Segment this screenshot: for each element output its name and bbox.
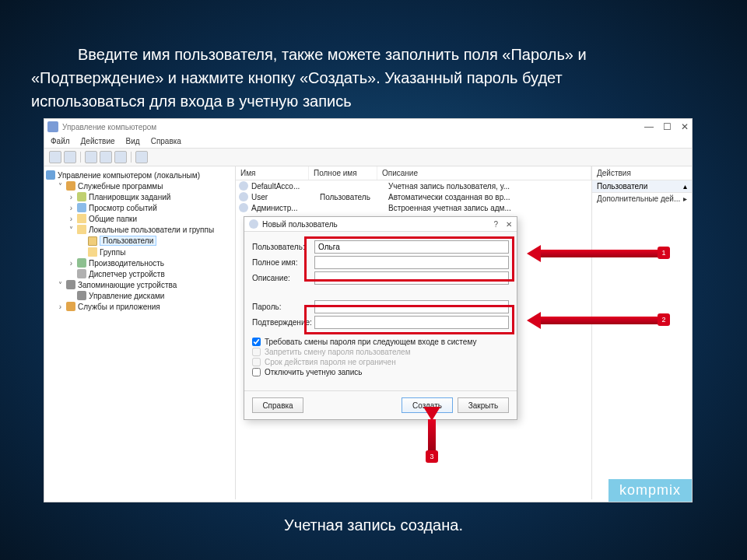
tree-groups[interactable]: Группы bbox=[100, 248, 125, 257]
folder-icon bbox=[77, 214, 86, 223]
tree-tools[interactable]: Служебные программы bbox=[78, 182, 163, 191]
toolbar-forward-icon[interactable] bbox=[64, 151, 76, 163]
chevron-right-icon: ▸ bbox=[683, 194, 687, 203]
minimize-button[interactable]: — bbox=[644, 121, 654, 132]
deny-change-label: Запретить смену пароля пользователем bbox=[265, 348, 411, 356]
menu-file[interactable]: Файл bbox=[51, 137, 70, 145]
menu-help[interactable]: Справка bbox=[151, 137, 181, 145]
help-button[interactable]: Справка bbox=[252, 397, 303, 413]
maximize-button[interactable]: ☐ bbox=[663, 121, 672, 132]
require-change-label: Требовать смены пароля при следующем вхо… bbox=[265, 338, 476, 346]
outro-text: Учетная запись создана. bbox=[0, 516, 747, 534]
tree-shared[interactable]: Общие папки bbox=[89, 215, 137, 223]
instruction-text: Введите имя пользователя, также можете з… bbox=[0, 0, 747, 124]
tree-storage[interactable]: Запоминающие устройства bbox=[78, 281, 177, 289]
fullname-input[interactable] bbox=[314, 256, 509, 269]
col-name[interactable]: Имя bbox=[236, 166, 309, 180]
tree-devmgr[interactable]: Диспетчер устройств bbox=[89, 270, 165, 278]
toolbar bbox=[44, 149, 692, 166]
menu-action[interactable]: Действие bbox=[81, 137, 115, 145]
dialog-close-button[interactable]: ✕ bbox=[506, 220, 512, 229]
actions-pane: Действия Пользователи▴ Дополнительные де… bbox=[592, 166, 692, 499]
description-label: Описание: bbox=[252, 274, 314, 282]
new-user-dialog: Новый пользователь ? ✕ Пользователь: Пол… bbox=[244, 216, 517, 420]
menu-view[interactable]: Вид bbox=[126, 137, 140, 145]
no-expire-label: Срок действия пароля не ограничен bbox=[265, 358, 396, 366]
require-change-checkbox[interactable] bbox=[252, 338, 261, 346]
expand-icon[interactable]: ˅ bbox=[68, 226, 75, 234]
tools-icon bbox=[66, 181, 75, 191]
dialog-help-button[interactable]: ? bbox=[493, 220, 498, 229]
titlebar[interactable]: Управление компьютером — ☐ ✕ bbox=[44, 119, 692, 135]
confirm-label: Подтверждение: bbox=[252, 318, 314, 327]
password-input[interactable] bbox=[314, 300, 509, 313]
user-row[interactable]: Администр... Встроенная учетная запись а… bbox=[236, 202, 591, 213]
toolbar-refresh-icon[interactable] bbox=[85, 151, 97, 163]
fullname-label: Полное имя: bbox=[252, 258, 314, 267]
no-expire-checkbox bbox=[252, 358, 261, 366]
mmc-window: Управление компьютером — ☐ ✕ Файл Действ… bbox=[44, 118, 693, 502]
menubar: Файл Действие Вид Справка bbox=[44, 135, 692, 149]
toolbar-prop-icon[interactable] bbox=[114, 151, 127, 163]
tree-diskmgmt[interactable]: Управление дисками bbox=[89, 292, 164, 300]
toolbar-back-icon[interactable] bbox=[49, 151, 61, 163]
toolbar-help-icon[interactable] bbox=[135, 151, 148, 163]
device-icon bbox=[77, 269, 86, 278]
user-icon bbox=[239, 203, 248, 212]
computer-icon bbox=[46, 170, 55, 180]
user-icon bbox=[239, 181, 248, 191]
tree-root[interactable]: Управление компьютером (локальным) bbox=[58, 171, 200, 180]
col-desc[interactable]: Описание bbox=[377, 166, 591, 180]
folder-icon bbox=[88, 236, 97, 246]
folder-icon bbox=[88, 247, 97, 257]
confirm-input[interactable] bbox=[314, 316, 509, 329]
storage-icon bbox=[66, 280, 75, 289]
actions-header: Действия bbox=[592, 166, 692, 180]
password-label: Пароль: bbox=[252, 303, 314, 311]
scheduler-icon bbox=[77, 192, 86, 201]
tree-events[interactable]: Просмотр событий bbox=[89, 204, 157, 212]
user-row[interactable]: User Пользователь Автоматически созданна… bbox=[236, 191, 591, 202]
disable-account-checkbox[interactable] bbox=[252, 368, 261, 376]
list-header[interactable]: Имя Полное имя Описание bbox=[236, 166, 591, 180]
expand-icon[interactable]: › bbox=[57, 303, 64, 311]
user-icon bbox=[239, 192, 248, 201]
user-row[interactable]: DefaultAcco... Учетная запись пользовате… bbox=[236, 180, 591, 191]
deny-change-checkbox bbox=[252, 348, 261, 356]
actions-more[interactable]: Дополнительные дей...▸ bbox=[592, 193, 692, 205]
tree-scheduler[interactable]: Планировщик заданий bbox=[89, 193, 170, 201]
services-icon bbox=[66, 302, 75, 311]
user-icon bbox=[249, 219, 258, 229]
expand-icon[interactable]: › bbox=[68, 193, 75, 201]
expand-icon[interactable]: ˅ bbox=[57, 182, 64, 191]
username-label: Пользователь: bbox=[252, 243, 314, 251]
col-fullname[interactable]: Полное имя bbox=[309, 166, 377, 180]
list-pane: Имя Полное имя Описание DefaultAcco... У… bbox=[236, 166, 592, 499]
tree-localusers[interactable]: Локальные пользователи и группы bbox=[89, 226, 214, 234]
cancel-button[interactable]: Закрыть bbox=[458, 397, 509, 413]
create-button[interactable]: Создать bbox=[402, 397, 453, 413]
app-icon bbox=[47, 121, 58, 132]
collapse-icon[interactable]: ▴ bbox=[683, 182, 687, 191]
nav-tree[interactable]: Управление компьютером (локальным) ˅Служ… bbox=[44, 166, 236, 499]
expand-icon[interactable]: ˅ bbox=[57, 281, 64, 289]
toolbar-export-icon[interactable] bbox=[100, 151, 112, 163]
dialog-title: Новый пользователь bbox=[262, 220, 338, 229]
expand-icon[interactable]: › bbox=[68, 204, 75, 212]
close-button[interactable]: ✕ bbox=[681, 121, 689, 132]
tree-perf[interactable]: Производительность bbox=[89, 259, 164, 268]
expand-icon[interactable]: › bbox=[68, 215, 75, 223]
disk-icon bbox=[77, 291, 86, 300]
dialog-titlebar[interactable]: Новый пользователь ? ✕ bbox=[244, 217, 517, 232]
actions-context[interactable]: Пользователи▴ bbox=[592, 180, 692, 193]
folder-icon bbox=[77, 225, 86, 234]
window-title: Управление компьютером bbox=[62, 123, 156, 131]
expand-icon[interactable]: › bbox=[68, 259, 75, 268]
tree-users[interactable]: Пользователи bbox=[100, 236, 156, 246]
username-input[interactable] bbox=[314, 240, 509, 254]
events-icon bbox=[77, 203, 86, 212]
perf-icon bbox=[77, 258, 86, 268]
tree-services[interactable]: Службы и приложения bbox=[78, 303, 160, 311]
disable-account-label: Отключить учетную запись bbox=[265, 368, 363, 376]
description-input[interactable] bbox=[314, 271, 509, 285]
